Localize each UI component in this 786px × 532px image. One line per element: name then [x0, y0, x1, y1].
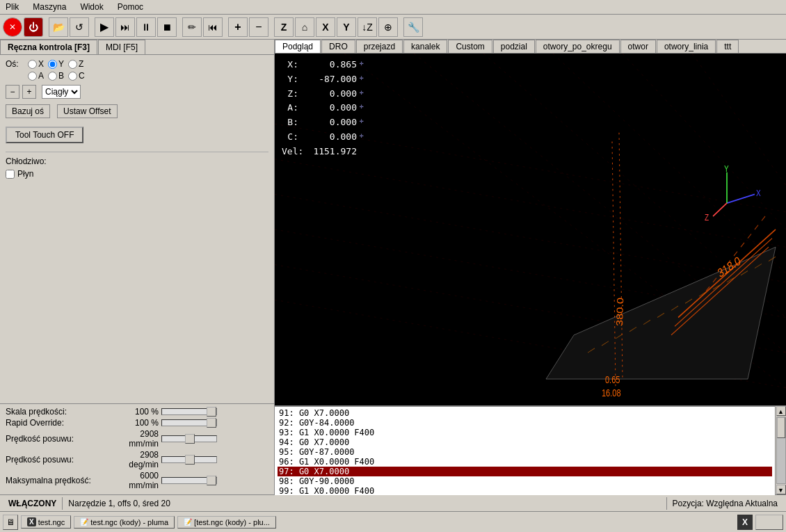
- speed-slider-1-thumb[interactable]: [207, 418, 216, 428]
- scrollbar-up-button[interactable]: ▲: [776, 406, 786, 416]
- bazuj-os-button[interactable]: Bazuj oś: [6, 104, 50, 118]
- coolant-checkbox[interactable]: [6, 170, 15, 179]
- speed-slider-1-track[interactable]: [161, 419, 217, 426]
- plus-button[interactable]: +: [228, 17, 248, 37]
- taskbar-home-icon[interactable]: 🖥: [3, 515, 18, 530]
- axis-c-label[interactable]: C: [68, 71, 85, 81]
- stop2-button[interactable]: ⏹: [157, 17, 177, 37]
- taskbar-btn-0[interactable]: X test.ngc: [21, 515, 71, 529]
- view-tab-podzial[interactable]: podzial: [493, 40, 535, 53]
- axis-b-label[interactable]: B: [48, 71, 64, 81]
- taskbar-btn-0-label: test.ngc: [38, 518, 65, 526]
- axis-y-radio[interactable]: [48, 60, 57, 69]
- toolbar: ✕ ⏻ 📂 ↺ ▶ ⏭ ⏸ ⏹ ✏ ⏮ + − Z ⌂ X Y ↓Z ⊕ 🔧: [0, 15, 786, 40]
- gcode-line-93[interactable]: 93: G1 X0.0000 F400: [278, 428, 772, 437]
- taskbar-btn-1-label: test.ngc (kody) - pluma: [90, 518, 168, 526]
- scrollbar-track[interactable]: [776, 417, 786, 484]
- scrollbar-down-button[interactable]: ▼: [776, 485, 786, 494]
- coord-button[interactable]: ⊕: [378, 17, 398, 37]
- view-tab-otwory-po-okregu[interactable]: otwory_po_okregu: [536, 40, 620, 53]
- home-button[interactable]: ⌂: [295, 17, 314, 37]
- jog-plus-button[interactable]: +: [22, 85, 36, 99]
- tab-mdi[interactable]: MDI [F5]: [98, 40, 145, 54]
- tool-button[interactable]: 🔧: [403, 17, 423, 37]
- gcode-line-98[interactable]: 98: G0Y-90.0000: [278, 476, 772, 486]
- dro-y-label: Y:: [282, 72, 298, 87]
- gcode-line-92[interactable]: 92: G0Y-84.0000: [278, 418, 772, 428]
- minus-button[interactable]: −: [249, 17, 268, 37]
- axis-a-radio[interactable]: [28, 72, 37, 81]
- taskbar-btn-1[interactable]: 📝 test.ngc (kody) - pluma: [74, 516, 175, 529]
- view-tab-custom[interactable]: Custom: [448, 40, 492, 53]
- taskbar: 🖥 X test.ngc 📝 test.ngc (kody) - pluma 📝…: [0, 511, 786, 532]
- tool-touch-off-button[interactable]: Tool Touch OFF: [6, 127, 83, 143]
- ustaw-offset-button[interactable]: Ustaw Offset: [57, 104, 117, 118]
- gcode-scrollbar[interactable]: ▲ ▼: [775, 406, 786, 494]
- jog-minus-button[interactable]: −: [6, 85, 19, 99]
- run-button[interactable]: ▶: [95, 17, 114, 37]
- axis-x-radio[interactable]: [28, 60, 37, 69]
- gcode-line-94[interactable]: 94: G0 X7.0000: [278, 437, 772, 447]
- jog-mode-dropdown[interactable]: Ciągły 0.001 0.01 0.1 1.0: [42, 85, 81, 99]
- speed-slider-4-track[interactable]: [161, 477, 217, 484]
- view-tab-dro[interactable]: DRO: [321, 40, 355, 53]
- view-tab-przejazd[interactable]: przejazd: [356, 40, 403, 53]
- coolant-label: Chłodziwo:: [6, 156, 47, 166]
- menu-pomoc[interactable]: Pomoc: [115, 1, 146, 13]
- gcode-line-97[interactable]: 97: G0 X7.0000: [278, 467, 772, 476]
- speed-slider-2-thumb[interactable]: [185, 434, 195, 444]
- ymark-button[interactable]: Y: [337, 17, 356, 37]
- axis-b-radio[interactable]: [48, 72, 57, 81]
- speed-slider-3-track[interactable]: [161, 456, 217, 463]
- axis-z-label[interactable]: Z: [68, 59, 83, 69]
- menu-widok[interactable]: Widok: [77, 1, 106, 13]
- view-tab-podglad[interactable]: Podgląd: [275, 40, 321, 53]
- xmark-button[interactable]: X: [316, 17, 335, 37]
- gcode-panel[interactable]: 91: G0 X7.0000 92: G0Y-84.0000 93: G1 X0…: [275, 406, 775, 495]
- view-tab-otwory-linia[interactable]: otwory_linia: [657, 40, 716, 53]
- gcode-line-95[interactable]: 95: G0Y-87.0000: [278, 447, 772, 457]
- menu-plik[interactable]: Plik: [3, 1, 22, 13]
- speed-label-2: Prędkość posuwu:: [6, 434, 117, 444]
- edit-button[interactable]: ✏: [182, 17, 202, 37]
- speed-label-1: Rapid Override:: [6, 418, 117, 428]
- stop-button[interactable]: ✕: [3, 17, 22, 37]
- 3d-view[interactable]: 318.0 380.0 16.08 0.65 0.0 X Y Z: [275, 54, 786, 405]
- gcode-line-99[interactable]: 99: G1 X0.0000 F400: [278, 486, 772, 495]
- axis-x-label[interactable]: X: [28, 59, 44, 69]
- axis-c-radio[interactable]: [68, 72, 77, 81]
- tab-manual-control[interactable]: Ręczna kontrola [F3]: [0, 40, 97, 54]
- speed-slider-0-thumb[interactable]: [207, 407, 216, 417]
- open-button[interactable]: 📂: [49, 17, 68, 37]
- taskbar-resize-area: [755, 515, 783, 530]
- axis-y-label[interactable]: Y: [48, 59, 64, 69]
- speed-slider-2-track[interactable]: [161, 435, 217, 442]
- speed-slider-3-thumb[interactable]: [185, 455, 195, 465]
- rwd-button[interactable]: ⏮: [203, 17, 223, 37]
- view-tab-ttt[interactable]: ttt: [716, 40, 739, 53]
- view-tab-otwor[interactable]: otwor: [620, 40, 656, 53]
- reload-button[interactable]: ↺: [70, 17, 89, 37]
- jog-minus-btn-container: −: [6, 85, 19, 99]
- menu-maszyna[interactable]: Maszyna: [30, 1, 69, 13]
- estop-button[interactable]: ⏻: [24, 17, 43, 37]
- taskbar-btn-2[interactable]: 📝 [test.ngc (kody) - plu...: [177, 516, 276, 529]
- pause-button[interactable]: ⏸: [136, 17, 156, 37]
- gcode-line-96[interactable]: 96: G1 X0.0000 F400: [278, 457, 772, 467]
- step-button[interactable]: ⏭: [115, 17, 135, 37]
- view-tab-kanalek[interactable]: kanalek: [403, 40, 447, 53]
- taskbar-x-button[interactable]: X: [737, 515, 753, 530]
- axis-a-label[interactable]: A: [28, 71, 44, 81]
- control-panel: Oś: X Y Z A: [0, 55, 274, 403]
- axis-selector-row: Oś: X Y Z: [6, 59, 268, 69]
- gcode-line-91[interactable]: 91: G0 X7.0000: [278, 408, 772, 418]
- speed-slider-0-track[interactable]: [161, 408, 217, 415]
- zdown-button[interactable]: ↓Z: [358, 17, 377, 37]
- speed-slider-4-thumb[interactable]: [207, 476, 216, 485]
- dro-y-row: Y: -87.000 ✛: [282, 72, 364, 87]
- axis-z-radio[interactable]: [68, 60, 77, 69]
- dro-a-row: A: 0.000 ✛: [282, 101, 364, 115]
- scrollbar-thumb[interactable]: [777, 417, 785, 438]
- touchz-button[interactable]: Z: [274, 17, 294, 37]
- dro-c-row: C: 0.000 ✛: [282, 130, 364, 145]
